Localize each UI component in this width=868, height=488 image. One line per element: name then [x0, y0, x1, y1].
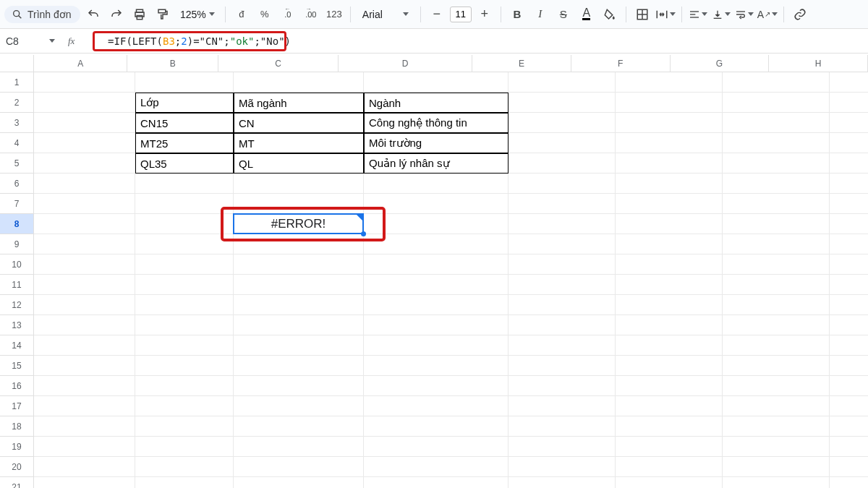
cell-B2[interactable]: Lớp — [135, 93, 234, 113]
cell-A5[interactable] — [34, 153, 135, 174]
cell-B9[interactable] — [135, 234, 234, 254]
cell-A15[interactable] — [34, 356, 135, 376]
decrease-decimal-button[interactable]: .0← — [278, 4, 298, 25]
cell-A14[interactable] — [34, 335, 135, 356]
cell-F3[interactable] — [616, 113, 723, 133]
cell-G11[interactable] — [723, 275, 830, 295]
cell-D9[interactable] — [364, 234, 509, 254]
cell-G14[interactable] — [723, 335, 830, 356]
cell-B5[interactable]: QL35 — [135, 153, 234, 174]
cell-C15[interactable] — [234, 356, 364, 376]
cell-H3[interactable] — [830, 113, 868, 133]
paint-format-button[interactable] — [153, 4, 173, 25]
cell-D6[interactable] — [364, 174, 509, 194]
cell-F16[interactable] — [616, 376, 723, 396]
cell-B11[interactable] — [135, 275, 234, 295]
cell-H1[interactable] — [830, 72, 868, 93]
cell-D16[interactable] — [364, 376, 509, 396]
cell-E3[interactable] — [509, 113, 616, 133]
cell-D7[interactable] — [364, 194, 509, 214]
cell-B4[interactable]: MT25 — [135, 133, 234, 153]
cell-H20[interactable] — [830, 457, 868, 477]
cell-F17[interactable] — [616, 396, 723, 416]
cell-E10[interactable] — [509, 254, 616, 275]
cell-D8[interactable] — [364, 214, 509, 234]
cell-H17[interactable] — [830, 396, 868, 416]
select-all-corner[interactable] — [0, 55, 34, 72]
row-header-2[interactable]: 2 — [0, 93, 34, 113]
cell-E21[interactable] — [509, 477, 616, 488]
cell-A18[interactable] — [34, 416, 135, 437]
cell-C11[interactable] — [234, 275, 364, 295]
cell-G20[interactable] — [723, 457, 830, 477]
cell-G13[interactable] — [723, 315, 830, 335]
fill-handle[interactable] — [361, 231, 366, 236]
cell-G18[interactable] — [723, 416, 830, 437]
cell-E7[interactable] — [509, 194, 616, 214]
row-header-4[interactable]: 4 — [0, 133, 34, 153]
column-header-B[interactable]: B — [127, 55, 218, 72]
selected-cell[interactable]: #ERROR! — [233, 213, 364, 234]
cell-H2[interactable] — [830, 93, 868, 113]
cell-D14[interactable] — [364, 335, 509, 356]
cell-F10[interactable] — [616, 254, 723, 275]
row-header-5[interactable]: 5 — [0, 153, 34, 174]
strikethrough-button[interactable]: S — [553, 4, 574, 25]
cell-H9[interactable] — [830, 234, 868, 254]
spreadsheet-grid[interactable]: ABCDEFGH 1234567891011121314151617181920… — [0, 55, 868, 488]
currency-button[interactable]: đ — [231, 4, 252, 25]
cell-A16[interactable] — [34, 376, 135, 396]
cell-B12[interactable] — [135, 295, 234, 315]
cell-H18[interactable] — [830, 416, 868, 437]
cell-C3[interactable]: CN — [234, 113, 364, 133]
column-header-E[interactable]: E — [472, 55, 571, 72]
cell-H11[interactable] — [830, 275, 868, 295]
cell-G4[interactable] — [723, 133, 830, 153]
text-wrap-button[interactable] — [734, 4, 754, 25]
cell-E8[interactable] — [509, 214, 616, 234]
column-header-C[interactable]: C — [218, 55, 339, 72]
row-header-20[interactable]: 20 — [0, 457, 34, 477]
cell-E2[interactable] — [509, 93, 616, 113]
cell-A19[interactable] — [34, 437, 135, 457]
cell-D18[interactable] — [364, 416, 509, 437]
vertical-align-button[interactable] — [711, 4, 731, 25]
increase-decimal-button[interactable]: .00→ — [301, 4, 321, 25]
cell-A3[interactable] — [34, 113, 135, 133]
cell-A8[interactable] — [34, 214, 135, 234]
cell-E11[interactable] — [509, 275, 616, 295]
column-header-G[interactable]: G — [671, 55, 770, 72]
cell-B10[interactable] — [135, 254, 234, 275]
cell-C18[interactable] — [234, 416, 364, 437]
row-header-15[interactable]: 15 — [0, 356, 34, 376]
menu-search[interactable]: Trình đơn — [4, 6, 80, 23]
cell-A17[interactable] — [34, 396, 135, 416]
cell-D12[interactable] — [364, 295, 509, 315]
cell-B16[interactable] — [135, 376, 234, 396]
cell-A7[interactable] — [34, 194, 135, 214]
cell-D21[interactable] — [364, 477, 509, 488]
cell-B7[interactable] — [135, 194, 234, 214]
cell-C2[interactable]: Mã ngành — [234, 93, 364, 113]
row-header-3[interactable]: 3 — [0, 113, 34, 133]
cell-G10[interactable] — [723, 254, 830, 275]
fill-color-button[interactable] — [600, 4, 620, 25]
row-header-9[interactable]: 9 — [0, 234, 34, 254]
cell-F14[interactable] — [616, 335, 723, 356]
cell-E13[interactable] — [509, 315, 616, 335]
row-header-10[interactable]: 10 — [0, 254, 34, 275]
cell-A21[interactable] — [34, 477, 135, 488]
cell-D17[interactable] — [364, 396, 509, 416]
merge-cells-button[interactable] — [655, 4, 676, 25]
cell-E18[interactable] — [509, 416, 616, 437]
cell-G19[interactable] — [723, 437, 830, 457]
cell-E16[interactable] — [509, 376, 616, 396]
cell-G21[interactable] — [723, 477, 830, 488]
row-header-8[interactable]: 8 — [0, 214, 34, 234]
cell-B19[interactable] — [135, 437, 234, 457]
cell-E12[interactable] — [509, 295, 616, 315]
cell-F2[interactable] — [616, 93, 723, 113]
cell-F8[interactable] — [616, 214, 723, 234]
cell-F21[interactable] — [616, 477, 723, 488]
cell-H4[interactable] — [830, 133, 868, 153]
